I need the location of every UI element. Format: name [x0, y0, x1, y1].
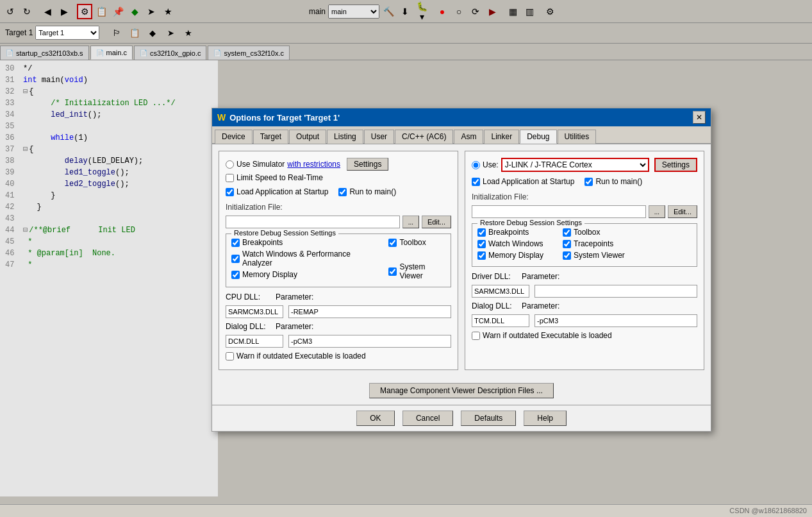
right-bp-row: Breakpoints — [477, 228, 543, 237]
right-restore-title: Restore Debug Session Settings — [477, 219, 584, 226]
right-run-main-label: Run to main() — [595, 177, 642, 186]
right-use-radio[interactable] — [472, 161, 480, 169]
right-dialog-dll-input[interactable] — [472, 314, 529, 327]
right-load-app-checkbox[interactable] — [472, 178, 480, 186]
left-dialog-dll-row: Dialog DLL: Parameter: — [226, 322, 451, 331]
left-dialog-values-row — [226, 335, 451, 348]
right-dialog-values-row — [472, 314, 697, 327]
limit-speed-label: Limit Speed to Real-Time — [236, 173, 323, 182]
right-bp-checkbox[interactable] — [477, 228, 486, 237]
left-dialog-dll-input[interactable] — [226, 335, 283, 348]
options-dialog: W Options for Target 'Target 1' ✕ Device… — [211, 108, 711, 432]
limit-speed-row: Limit Speed to Real-Time — [226, 173, 451, 182]
tab-cpp[interactable]: C/C++ (AC6) — [395, 130, 453, 144]
right-load-app-label: Load Application at Startup — [483, 177, 574, 186]
tab-debug[interactable]: Debug — [520, 130, 556, 144]
left-ww-label: Watch Windows & Performance Analyzer — [242, 250, 369, 267]
left-ww-row: Watch Windows & Performance Analyzer — [231, 250, 369, 267]
left-restore-title: Restore Debug Session Settings — [231, 229, 338, 237]
tab-asm[interactable]: Asm — [454, 130, 483, 144]
right-sysview-row: System Viewer — [563, 251, 625, 260]
right-edit-btn[interactable]: Edit... — [668, 205, 697, 218]
left-run-main-checkbox[interactable] — [338, 188, 347, 196]
dialog-bottom-buttons: OK Cancel Defaults Help — [212, 405, 711, 431]
left-warn-label: Warn if outdated Executable is loaded — [236, 352, 366, 360]
left-toolbox-checkbox[interactable] — [388, 239, 397, 247]
left-sysview-checkbox[interactable] — [388, 267, 397, 276]
target-dropdown[interactable]: Target 1 — [35, 26, 99, 40]
manage-component-btn[interactable]: Manage Component Viewer Description File… — [369, 383, 554, 398]
right-use-select[interactable]: J-LINK / J-TRACE Cortex — [501, 158, 649, 172]
right-toolbox-row: Toolbox — [563, 228, 625, 237]
right-ww-checkbox[interactable] — [477, 240, 486, 248]
left-load-app-checkbox[interactable] — [226, 188, 234, 196]
left-dialog-dll-label: Dialog DLL: — [226, 322, 270, 331]
use-simulator-row: Use Simulator with restrictions Settings — [226, 158, 451, 171]
left-ww-checkbox[interactable] — [231, 255, 240, 263]
left-cpu-dll-input[interactable] — [226, 305, 283, 318]
tab-linker[interactable]: Linker — [484, 130, 519, 144]
right-settings-btn[interactable]: Settings — [654, 158, 697, 172]
right-dialog-dll-label: Dialog DLL: — [472, 301, 517, 310]
right-restore-group: Restore Debug Session Settings Breakpoin… — [472, 223, 697, 267]
dialog-title-text: Options for Target 'Target 1' — [229, 113, 340, 123]
dialog-titlebar: W Options for Target 'Target 1' ✕ — [212, 108, 711, 126]
left-cpu-param-label: Parameter: — [276, 292, 320, 301]
right-sysview-checkbox[interactable] — [563, 251, 571, 260]
right-driver-dll-row: Driver DLL: Parameter: — [472, 272, 697, 281]
left-dialog-param-input[interactable] — [288, 335, 451, 348]
dialog-close-button[interactable]: ✕ — [693, 111, 706, 124]
right-trace-checkbox[interactable] — [563, 240, 571, 248]
left-warn-checkbox[interactable] — [226, 352, 234, 360]
left-bp-checkbox[interactable] — [231, 239, 240, 247]
help-button[interactable]: Help — [524, 411, 567, 426]
tab-output[interactable]: Output — [289, 130, 326, 144]
cancel-button[interactable]: Cancel — [402, 411, 453, 426]
right-mem-checkbox[interactable] — [477, 251, 486, 260]
tab-utilities[interactable]: Utilities — [558, 130, 597, 144]
right-driver-dll-label: Driver DLL: — [472, 272, 517, 281]
left-edit-btn[interactable]: Edit... — [422, 216, 451, 228]
left-cpu-dll-row: CPU DLL: Parameter: — [226, 292, 451, 301]
right-run-main-checkbox[interactable] — [584, 178, 593, 186]
left-dialog-param-label: Parameter: — [276, 322, 320, 331]
right-driver-param-input[interactable] — [534, 285, 697, 298]
use-simulator-radio[interactable] — [226, 160, 234, 169]
right-driver-dll-input[interactable] — [472, 285, 529, 298]
right-trace-row: Tracepoints — [563, 239, 625, 248]
left-mem-checkbox[interactable] — [231, 271, 240, 279]
right-init-input[interactable] — [472, 205, 646, 218]
right-load-app-row: Load Application at Startup — [472, 177, 574, 186]
tab-listing[interactable]: Listing — [327, 130, 363, 144]
limit-speed-checkbox[interactable] — [226, 174, 234, 182]
left-mem-label: Memory Display — [242, 270, 297, 279]
left-settings-btn[interactable]: Settings — [347, 158, 388, 171]
tab-device[interactable]: Device — [215, 130, 253, 144]
right-warn-checkbox[interactable] — [472, 332, 480, 340]
left-restore-group: Restore Debug Session Settings Breakpoin… — [226, 233, 451, 287]
defaults-button[interactable]: Defaults — [461, 411, 516, 426]
tab-target[interactable]: Target — [253, 130, 288, 144]
left-toolbox-label: Toolbox — [399, 238, 426, 247]
right-mem-label: Memory Display — [488, 251, 543, 260]
left-run-main-label: Run to main() — [349, 187, 396, 196]
dialog-tabs: Device Target Output Listing User C/C++ … — [212, 126, 711, 144]
left-bp-row: Breakpoints — [231, 238, 369, 247]
right-dialog-param-input[interactable] — [534, 314, 697, 327]
left-cpu-param-input[interactable] — [288, 305, 451, 318]
left-toolbox-row: Toolbox — [388, 238, 445, 247]
right-warn-row: Warn if outdated Executable is loaded — [472, 331, 697, 340]
left-load-app-row: Load Application at Startup — [226, 187, 328, 196]
right-toolbox-checkbox[interactable] — [563, 228, 571, 237]
right-mem-row: Memory Display — [477, 251, 543, 260]
tab-user[interactable]: User — [364, 130, 394, 144]
right-dialog-param-label: Parameter: — [522, 301, 567, 310]
right-browse-btn[interactable]: ... — [649, 205, 665, 218]
left-init-input[interactable] — [226, 216, 400, 228]
ok-button[interactable]: OK — [356, 411, 395, 426]
left-browse-btn[interactable]: ... — [402, 216, 419, 228]
with-restrictions-link[interactable]: with restrictions — [287, 160, 340, 169]
left-cpu-values-row — [226, 305, 451, 318]
manage-btn-area: Manage Component Viewer Description File… — [212, 377, 711, 405]
right-init-row: ... Edit... — [472, 205, 697, 218]
